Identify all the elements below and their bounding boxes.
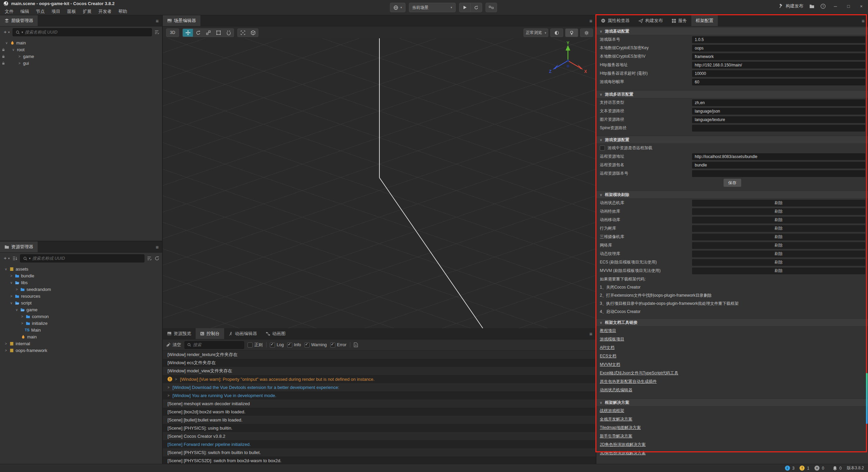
notify-count[interactable]: 0	[840, 466, 842, 471]
hierarchy-search-input[interactable]: ▾ 搜索名称或 UUID	[13, 28, 152, 36]
scene-viewport[interactable]: Y X Z	[163, 38, 596, 328]
log-row[interactable]: [Window] render_texture文件夹存在	[163, 351, 596, 359]
solution-link[interactable]: 战棋游戏框架	[600, 408, 624, 414]
remove-button[interactable]: 剔除	[692, 225, 865, 232]
section-header-resource[interactable]: ∨游戏资源配置	[596, 136, 868, 144]
tab-scene-editor[interactable]: 场景编辑器	[163, 15, 200, 26]
section-header-basic[interactable]: ∨游戏基础配置	[596, 27, 868, 35]
log-row[interactable]: [Scene] meshopt wasm decoder initialized	[163, 399, 596, 408]
info-badge-icon[interactable]: i	[785, 466, 790, 471]
log-row[interactable]: [Scene] [box2d]:box2d wasm lib loaded.	[163, 408, 596, 416]
hierarchy-node-game[interactable]: > game	[0, 53, 162, 60]
chevron-right-icon[interactable]: >	[15, 288, 19, 291]
tab-animation-graph[interactable]: 动画图	[261, 328, 290, 339]
log-row-info[interactable]: [Scene] Forward render pipeline initiali…	[163, 440, 596, 448]
clear-console-button[interactable]: 清空	[166, 342, 181, 348]
chevron-right-icon[interactable]: >	[9, 294, 13, 298]
spine-path-input[interactable]	[692, 125, 865, 132]
chevron-down-icon[interactable]: ∨	[5, 41, 8, 45]
console-search-input[interactable]: 搜索	[184, 341, 244, 349]
assets-search-input[interactable]: ▾ 搜索名称或 UUID	[20, 254, 144, 262]
section-header-docs[interactable]: ∨框架文档工具链接	[596, 318, 868, 327]
expand-chevron-icon[interactable]: >	[167, 394, 170, 397]
lang-texture-path-input[interactable]: language/texture	[692, 116, 865, 123]
bell-icon[interactable]	[833, 466, 837, 471]
chevron-down-icon[interactable]: ∨	[12, 48, 15, 52]
chevron-right-icon[interactable]: >	[18, 55, 21, 58]
solution-link[interactable]: 3D角色扮演游戏解决方案	[600, 450, 646, 456]
expand-chevron-icon[interactable]: >	[167, 386, 170, 389]
panel-menu-icon[interactable]: ≡	[156, 18, 159, 24]
orientation-gizmo[interactable]: Y X Z	[548, 41, 588, 80]
solution-link[interactable]: 新手引导解决方案	[600, 433, 632, 439]
warning-count[interactable]: 1	[807, 466, 809, 471]
preview-device-dropdown[interactable]: ▾	[390, 3, 406, 12]
remove-button[interactable]: 剔除	[692, 251, 865, 257]
remote-url-input[interactable]: http://localhost:8083/assets/bundle	[692, 153, 865, 160]
log-row[interactable]: [Window] model_view文件夹存在	[163, 367, 596, 375]
menu-node[interactable]: 节点	[33, 8, 48, 15]
solution-link[interactable]: 2D角色扮演游戏解决方案	[600, 442, 646, 448]
menu-extension[interactable]: 扩展	[79, 8, 95, 15]
http-timeout-input[interactable]: 10000	[692, 70, 865, 77]
tab-animation-editor[interactable]: 动画编辑器	[224, 328, 261, 339]
solution-link[interactable]: 全栈开发解决方案	[600, 416, 632, 422]
remote-version-input[interactable]	[692, 170, 865, 177]
save-button[interactable]: 保存	[724, 179, 741, 187]
refresh-icon[interactable]	[155, 256, 159, 261]
menu-panel[interactable]: 面板	[64, 8, 79, 15]
chevron-down-icon[interactable]: ∨	[15, 308, 19, 312]
log-row[interactable]: [Window] ecs文件夹存在	[163, 359, 596, 367]
tab-service[interactable]: 服务	[667, 15, 691, 26]
asset-node-bundle[interactable]: > bundle	[0, 272, 162, 279]
hierarchy-node-gui[interactable]: > gui	[0, 60, 162, 66]
scrollbar-thumb[interactable]	[866, 373, 868, 424]
log-row-warning[interactable]: !>[Window] [Vue warn]: Property "onInput…	[163, 375, 596, 383]
regex-checkbox[interactable]: 正则	[248, 342, 263, 348]
hierarchy-node-main[interactable]: ∨ main	[0, 39, 162, 46]
panel-menu-icon[interactable]: ≡	[862, 18, 865, 24]
chevron-down-icon[interactable]: ∨	[9, 301, 13, 305]
asset-node-script[interactable]: ∨ script	[0, 299, 162, 306]
filter-icon[interactable]	[155, 30, 159, 34]
menu-project[interactable]: 项目	[48, 8, 64, 15]
pivot-icon[interactable]	[238, 29, 248, 37]
menu-developer[interactable]: 开发者	[95, 8, 115, 15]
rect-tool-icon[interactable]	[213, 29, 223, 37]
crypto-key-input[interactable]: oops	[692, 45, 865, 52]
doc-link[interactable]: 动画状态机编辑器	[600, 387, 632, 393]
remote-load-checkbox[interactable]	[600, 145, 605, 151]
version-input[interactable]: 1.0.5	[692, 36, 865, 43]
panel-menu-icon[interactable]: ≡	[589, 18, 592, 24]
tab-build[interactable]: 构建发布	[634, 15, 667, 26]
chevron-right-icon[interactable]: >	[4, 349, 8, 352]
filter-info-checkbox[interactable]: Info	[287, 342, 301, 348]
log-row[interactable]: [Scene] [PHYSICS]: using builtin.	[163, 424, 596, 432]
tab-console[interactable]: 控制台	[196, 328, 224, 339]
languages-input[interactable]: zh,en	[692, 99, 865, 106]
sort-icon[interactable]	[13, 256, 17, 260]
asset-node-resources[interactable]: > resources	[0, 293, 162, 299]
log-row-info[interactable]: >[Window] Download the Vue Devtools exte…	[163, 383, 596, 391]
chevron-right-icon[interactable]: >	[18, 61, 21, 65]
tab-assets[interactable]: 资源管理器	[0, 241, 38, 252]
section-header-modules[interactable]: ∨框架模块剔除	[596, 191, 868, 199]
world-space-icon[interactable]	[248, 29, 258, 37]
remove-button[interactable]: 剔除	[692, 200, 865, 206]
warning-badge-icon[interactable]: !	[800, 466, 805, 471]
asset-node-seedrandom[interactable]: > seedrandom	[0, 286, 162, 293]
doc-link[interactable]: 游戏模板项目	[600, 336, 624, 342]
asset-node-main-scene[interactable]: main	[0, 333, 162, 340]
close-button[interactable]: ×	[858, 4, 865, 9]
hierarchy-node-root[interactable]: ∨ root	[0, 46, 162, 53]
doc-link[interactable]: API文档	[600, 345, 614, 351]
info-count[interactable]: 3	[792, 466, 795, 471]
crypto-iv-input[interactable]: framework	[692, 53, 865, 60]
http-server-input[interactable]: http://192.168.0.150/main/	[692, 62, 865, 68]
doc-link[interactable]: ECS文档	[600, 353, 616, 359]
create-node-button[interactable]: ＋▾	[3, 29, 10, 35]
log-row[interactable]: [Scene] Cocos Creator v3.8.2	[163, 432, 596, 440]
panel-menu-icon[interactable]: ≡	[589, 331, 592, 337]
chevron-right-icon[interactable]: >	[4, 342, 8, 346]
asset-node-libs[interactable]: ∨ libs	[0, 279, 162, 286]
